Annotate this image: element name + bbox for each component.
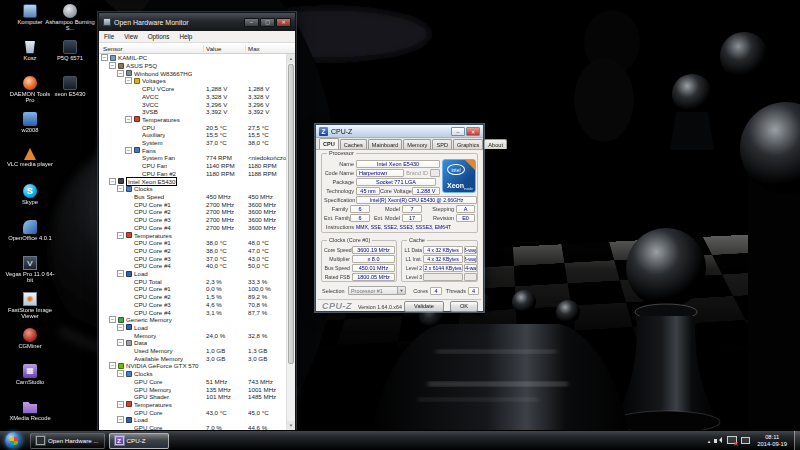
- taskbar-button-cpuz[interactable]: ZCPU-Z: [109, 433, 169, 449]
- tab-mainboard[interactable]: Mainboard: [368, 139, 402, 149]
- tree-row[interactable]: −Data: [99, 339, 286, 347]
- tree-row[interactable]: CPU Core #238,0 °C47,0 °C: [99, 247, 286, 255]
- tree-row[interactable]: CPU Core #42700 MHz3600 MHz: [99, 223, 286, 231]
- tree-row[interactable]: −Temperatures: [99, 401, 286, 409]
- tree-row[interactable]: CPU Core #440,0 °C50,0 °C: [99, 262, 286, 270]
- tree-row[interactable]: GPU Core51 MHz743 MHz: [99, 378, 286, 386]
- taskbar-clock[interactable]: 08:11 2014-09-19: [754, 434, 790, 447]
- tree-row[interactable]: AVCC3,328 V3,328 V: [99, 93, 286, 101]
- expander-icon[interactable]: −: [117, 401, 124, 408]
- desktop-icon-camstudio[interactable]: ▦CamStudio: [6, 364, 54, 385]
- desktop-icon-skype[interactable]: SSkype: [6, 184, 54, 205]
- tree-row[interactable]: CPU VCore1,288 V1,288 V: [99, 85, 286, 93]
- minimize-button[interactable]: –: [451, 127, 465, 136]
- taskbar-button-ohm[interactable]: Open Hardware ...: [30, 433, 105, 449]
- hidden-icons-arrow-icon[interactable]: ▴: [708, 438, 711, 444]
- tree-row[interactable]: −Clocks: [99, 370, 286, 378]
- tab-memory[interactable]: Memory: [403, 139, 431, 149]
- tab-caches[interactable]: Caches: [340, 139, 367, 149]
- scroll-down-icon[interactable]: ▼: [287, 421, 295, 430]
- tree-row[interactable]: CPU Core #337,0 °C43,0 °C: [99, 254, 286, 262]
- scrollbar-thumb[interactable]: [288, 64, 294, 364]
- tree-row[interactable]: GPU Memory135 MHz1001 MHz: [99, 385, 286, 393]
- tree-row[interactable]: CPU Core #22700 MHz3600 MHz: [99, 208, 286, 216]
- tab-about[interactable]: About: [484, 139, 507, 149]
- tree-row[interactable]: −Clocks: [99, 185, 286, 193]
- tree-row[interactable]: −Voltages: [99, 77, 286, 85]
- tree-row[interactable]: GPU Shader101 MHz1485 MHz: [99, 393, 286, 401]
- close-button[interactable]: ✕: [466, 127, 480, 136]
- expander-icon[interactable]: −: [117, 270, 124, 277]
- column-header-max[interactable]: Max: [248, 45, 260, 52]
- tree-row[interactable]: CPU Core #12700 MHz3600 MHz: [99, 200, 286, 208]
- tree-row[interactable]: −Temperatures: [99, 116, 286, 124]
- tree-row[interactable]: Used Memory1,0 GB1,3 GB: [99, 347, 286, 355]
- menu-options[interactable]: Options: [143, 32, 175, 41]
- tree-row[interactable]: GPU Core43,0 °C45,0 °C: [99, 408, 286, 416]
- tree-row[interactable]: −Generic Memory: [99, 316, 286, 324]
- tree-row[interactable]: −Winbond W83667HG: [99, 69, 286, 77]
- expander-icon[interactable]: −: [125, 77, 132, 84]
- expander-icon[interactable]: −: [101, 54, 108, 61]
- column-header-sensor[interactable]: Sensor: [103, 45, 123, 52]
- tree-row[interactable]: Bus Speed450 MHz450 MHz: [99, 193, 286, 201]
- desktop-icon-w2008[interactable]: w2008: [6, 112, 54, 133]
- tree-row[interactable]: CPU Total2,3 %33,3 %: [99, 277, 286, 285]
- desktop-icon-xmedia-recode[interactable]: XMedia Recode: [6, 400, 54, 421]
- expander-icon[interactable]: −: [109, 362, 116, 369]
- cpuz-title-bar[interactable]: Z CPU-Z –✕: [316, 125, 483, 138]
- tree-row[interactable]: CPU Core #32700 MHz3600 MHz: [99, 216, 286, 224]
- tree-row[interactable]: CPU Core #21,5 %89,2 %: [99, 293, 286, 301]
- menu-help[interactable]: Help: [174, 32, 197, 41]
- close-button[interactable]: ✕: [276, 18, 291, 27]
- network-icon[interactable]: ✕: [727, 436, 737, 445]
- tree-row[interactable]: −NVIDIA GeForce GTX 570: [99, 362, 286, 370]
- volume-icon[interactable]: [714, 436, 723, 445]
- ok-button[interactable]: OK: [450, 301, 478, 312]
- tree-row[interactable]: −KAMIL-PC: [99, 54, 286, 62]
- minimize-button[interactable]: –: [244, 18, 259, 27]
- tree-row[interactable]: −ASUS P5Q: [99, 62, 286, 70]
- tree-row[interactable]: CPU20,5 °C27,5 °C: [99, 123, 286, 131]
- desktop-icon-vlc[interactable]: VLC media player: [6, 148, 54, 167]
- expander-icon[interactable]: −: [125, 147, 132, 154]
- tree-row[interactable]: −Load: [99, 416, 286, 424]
- desktop-icon-p5q-6571[interactable]: P5Q 6571: [46, 40, 94, 61]
- ohm-title-bar[interactable]: Open Hardware Monitor –▢✕: [99, 13, 295, 31]
- tree-row[interactable]: CPU Core #43,1 %87,7 %: [99, 308, 286, 316]
- processor-select[interactable]: Processor #1 ▼: [348, 286, 406, 295]
- tree-row[interactable]: Available Memory3,0 GB3,0 GB: [99, 354, 286, 362]
- expander-icon[interactable]: −: [117, 370, 124, 377]
- expander-icon[interactable]: −: [117, 416, 124, 423]
- desktop-icon-ashampoo[interactable]: Ashampoo Burning S...: [46, 4, 94, 32]
- desktop-icon-xeon-e5430-file[interactable]: xeon E5430: [46, 76, 94, 97]
- start-button[interactable]: [5, 432, 22, 449]
- expander-icon[interactable]: −: [117, 70, 124, 77]
- display-icon[interactable]: [741, 437, 750, 444]
- desktop-icon-vegas-pro[interactable]: VVegas Pro 11.0 64-bit: [6, 256, 54, 284]
- desktop-icon-openoffice[interactable]: OpenOffice 4.0.1: [6, 220, 54, 241]
- validate-button[interactable]: Validate: [404, 301, 444, 312]
- tree-row[interactable]: 3VCC3,296 V3,296 V: [99, 100, 286, 108]
- menu-view[interactable]: View: [119, 32, 143, 41]
- expander-icon[interactable]: −: [109, 178, 116, 185]
- scroll-up-icon[interactable]: ▲: [287, 54, 295, 63]
- tab-spd[interactable]: SPD: [432, 139, 452, 149]
- tree-row[interactable]: −Fans: [99, 146, 286, 154]
- expander-icon[interactable]: −: [109, 316, 116, 323]
- tree-row[interactable]: 3VSB3,392 V3,392 V: [99, 108, 286, 116]
- tree-row[interactable]: Memory24,0 %32,8 %: [99, 331, 286, 339]
- expander-icon[interactable]: −: [117, 232, 124, 239]
- tree-row[interactable]: System Fan774 RPM<niedokończone...: [99, 154, 286, 162]
- show-desktop-button[interactable]: [794, 431, 800, 450]
- expander-icon[interactable]: −: [125, 116, 132, 123]
- desktop-icon-faststone[interactable]: ◉FastStone Image Viewer: [6, 292, 54, 320]
- tree-row[interactable]: −Temperatures: [99, 231, 286, 239]
- tab-cpu[interactable]: CPU: [319, 138, 339, 149]
- tree-row[interactable]: −Load: [99, 270, 286, 278]
- column-header-value[interactable]: Value: [206, 45, 221, 52]
- desktop-icon-cgminer[interactable]: CGMiner: [6, 328, 54, 349]
- tree-row[interactable]: −Intel Xeon E5430: [99, 177, 286, 185]
- expander-icon[interactable]: −: [117, 339, 124, 346]
- menu-file[interactable]: File: [99, 32, 119, 41]
